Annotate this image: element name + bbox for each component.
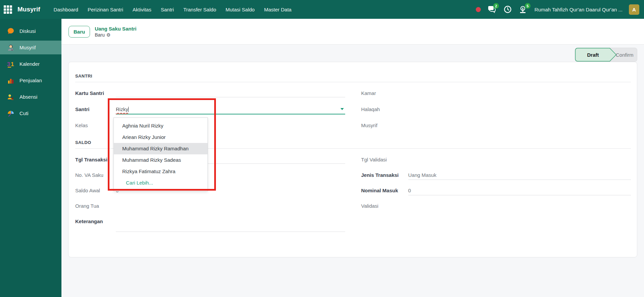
field-jenis-transaksi: Jenis Transaksi Uang Masuk xyxy=(361,168,631,184)
menu-aktivitas[interactable]: Aktivitas xyxy=(128,0,156,19)
santri-query-text: Rizky xyxy=(116,106,128,112)
nominal-masuk-input[interactable]: 0 xyxy=(408,184,631,195)
halaqah-value xyxy=(408,102,631,113)
dropdown-option[interactable]: Muhammad Rizky Sadeas xyxy=(114,154,208,166)
status-step-draft[interactable]: Draft xyxy=(575,48,611,62)
sidebar-item-label: Penjualan xyxy=(19,78,42,83)
dropdown-option-highlighted[interactable]: Muhammad Rizky Ramadhan xyxy=(114,143,208,154)
new-record-button[interactable]: Baru xyxy=(68,26,90,38)
field-nominal-masuk: Nominal Masuk 0 xyxy=(361,184,631,199)
app-sidebar: Diskusi Musyrif 31 Kalender Penjualan Ab… xyxy=(0,19,61,297)
dropdown-option[interactable]: Aghnia Nuril Rizky xyxy=(114,120,208,132)
field-kamar: Kamar xyxy=(361,86,631,102)
sidebar-item-diskusi[interactable]: Diskusi xyxy=(0,24,61,38)
menu-perizinan-santri[interactable]: Perizinan Santri xyxy=(83,0,128,19)
santri-autocomplete-input[interactable]: Rizky xyxy=(116,102,345,114)
bar-chart-icon xyxy=(6,76,15,85)
app-brand[interactable]: Musyrif xyxy=(17,6,40,13)
jenis-transaksi-select[interactable]: Uang Masuk xyxy=(408,168,631,180)
control-panel: Baru Uang Saku Santri Baru ⚙ xyxy=(61,19,644,45)
messages-button[interactable]: 2 xyxy=(487,5,497,14)
breadcrumb-model-link[interactable]: Uang Saku Santri xyxy=(95,26,136,32)
sidebar-item-label: Diskusi xyxy=(19,28,36,34)
sidebar-item-musyrif[interactable]: Musyrif xyxy=(0,41,61,54)
halaqah-label: Halaqah xyxy=(361,102,408,112)
clock-icon xyxy=(504,5,512,13)
sidebar-item-absensi[interactable]: Absensi xyxy=(0,90,61,104)
no-va-saku-label: No. VA Saku xyxy=(75,168,116,178)
sidebar-item-label: Cuti xyxy=(19,110,29,116)
svg-text:3: 3 xyxy=(7,61,10,67)
support-person-icon xyxy=(6,43,15,52)
breadcrumb: Uang Saku Santri Baru ⚙ xyxy=(95,26,136,38)
form-sheet: SANTRI Kartu Santri Santri Rizky xyxy=(68,62,637,257)
svg-text:$: $ xyxy=(522,7,523,10)
systray: 2 $ 5 Rumah Tahfizh Qur'an Daarul Qur'an… xyxy=(476,4,644,15)
gear-icon[interactable]: ⚙ xyxy=(106,32,111,38)
dropdown-option[interactable]: Rizkya Fatimatuz Zahra xyxy=(114,166,208,177)
sidebar-item-penjualan[interactable]: Penjualan xyxy=(0,73,61,87)
nominal-masuk-label: Nominal Masuk xyxy=(361,184,408,193)
menu-santri[interactable]: Santri xyxy=(156,0,179,19)
orang-tua-label: Orang Tua xyxy=(75,199,116,209)
santri-label: Santri xyxy=(75,102,116,112)
sidebar-item-cuti[interactable]: Cuti xyxy=(0,106,61,120)
sidebar-item-label: Musyrif xyxy=(19,45,36,50)
kartu-santri-input[interactable] xyxy=(116,86,345,97)
kartu-santri-label: Kartu Santri xyxy=(75,86,116,96)
field-orang-tua: Orang Tua xyxy=(75,199,345,214)
apps-grid-icon xyxy=(4,5,12,14)
calendar-31-icon: 31 xyxy=(6,60,15,68)
menu-master-data[interactable]: Master Data xyxy=(259,0,296,19)
kamar-value xyxy=(408,86,631,97)
menu-dashboard[interactable]: Dashboard xyxy=(49,0,83,19)
keterangan-textarea[interactable] xyxy=(116,214,345,232)
musyrif-label: Musyrif xyxy=(361,118,408,128)
field-santri: Santri Rizky Aghnia Nuril Rizky Ariean R… xyxy=(75,102,345,118)
dropdown-option[interactable]: Ariean Rizky Junior xyxy=(114,132,208,143)
saldo-awal-label: Saldo Awal xyxy=(75,184,116,193)
recording-dot-icon xyxy=(476,7,481,12)
apps-menu-button[interactable] xyxy=(0,0,15,19)
sidebar-item-kalender[interactable]: 31 Kalender xyxy=(0,57,61,71)
status-step-confirm[interactable]: Confirm xyxy=(616,48,636,62)
statusbar: Draft Confirm xyxy=(575,48,637,62)
field-validasi: Validasi xyxy=(361,199,631,214)
menu-mutasi-saldo[interactable]: Mutasi Saldo xyxy=(221,0,260,19)
tgl-validasi-label: Tgl Validasi xyxy=(361,153,408,162)
field-halaqah: Halaqah xyxy=(361,102,631,118)
text-cursor xyxy=(128,107,129,112)
user-avatar[interactable]: A xyxy=(629,4,639,15)
sidebar-item-label: Kalender xyxy=(19,61,40,67)
umbrella-icon xyxy=(6,109,15,118)
people-icon xyxy=(6,93,15,101)
field-tgl-validasi: Tgl Validasi xyxy=(361,153,631,168)
sidebar-item-label: Absensi xyxy=(19,94,37,100)
orang-tua-value xyxy=(116,199,345,210)
section-title-santri: SANTRI xyxy=(75,73,631,82)
musyrif-value xyxy=(408,118,631,130)
tgl-transaksi-label: Tgl Transaksi xyxy=(75,153,116,162)
search-more-link[interactable]: Cari Lebih... xyxy=(114,177,208,189)
keterangan-label: Keterangan xyxy=(75,214,116,224)
menu-transfer-saldo[interactable]: Transfer Saldo xyxy=(179,0,221,19)
chevron-down-icon[interactable] xyxy=(340,108,344,110)
kelas-label: Kelas xyxy=(75,118,116,128)
santri-dropdown: Aghnia Nuril Rizky Ariean Rizky Junior M… xyxy=(113,117,208,191)
messages-badge: 2 xyxy=(493,3,499,9)
breadcrumb-record-name: Baru xyxy=(95,32,105,38)
field-musyrif: Musyrif xyxy=(361,118,631,135)
deposit-button[interactable]: $ 5 xyxy=(519,5,528,14)
tgl-validasi-value xyxy=(408,153,631,164)
jenis-transaksi-label: Jenis Transaksi xyxy=(361,168,408,178)
field-kartu-santri: Kartu Santri xyxy=(75,86,345,102)
svg-text:1: 1 xyxy=(11,61,14,67)
activities-clock-button[interactable] xyxy=(503,5,512,14)
navbar-menu: Dashboard Perizinan Santri Aktivitas San… xyxy=(49,0,296,19)
top-navbar: Musyrif Dashboard Perizinan Santri Aktiv… xyxy=(0,0,644,19)
deposit-badge: 5 xyxy=(525,3,531,9)
kamar-label: Kamar xyxy=(361,86,408,96)
company-switcher[interactable]: Rumah Tahfizh Qur'an Daarul Qur'an ... xyxy=(535,7,623,12)
field-keterangan: Keterangan xyxy=(75,214,345,232)
chat-bubble-icon xyxy=(6,27,15,36)
